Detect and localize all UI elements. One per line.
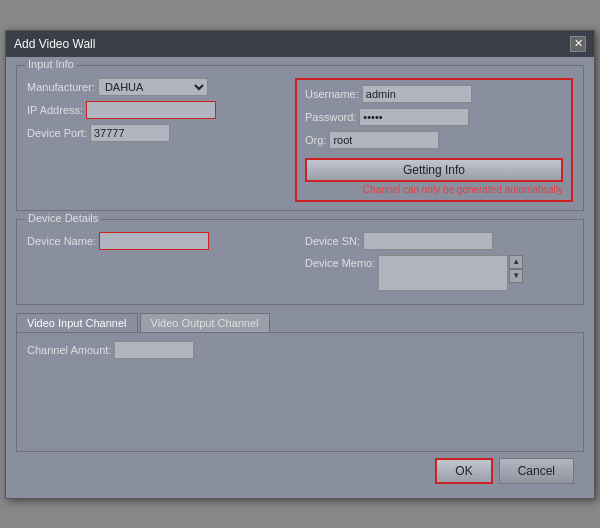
ip-address-label: IP Address: <box>27 104 83 116</box>
device-sn-label: Device SN: <box>305 235 360 247</box>
org-input[interactable] <box>329 131 439 149</box>
footer-buttons: OK Cancel <box>16 452 584 490</box>
memo-scrollbar: ▲ ▼ <box>509 255 523 283</box>
device-port-row: Device Port: <box>27 124 285 142</box>
ip-address-input[interactable] <box>86 101 216 119</box>
input-info-content: Manufacturer: DAHUA IP Address: D <box>27 78 573 202</box>
username-label: Username: <box>305 88 359 100</box>
title-bar: Add Video Wall ✕ <box>6 31 594 57</box>
device-memo-label: Device Memo: <box>305 257 375 269</box>
input-info-title: Input Info <box>25 58 77 70</box>
org-label: Org: <box>305 134 326 146</box>
getting-info-button[interactable]: Getting Info <box>305 158 563 182</box>
username-input[interactable] <box>362 85 472 103</box>
channel-amount-label: Channel Amount: <box>27 344 111 356</box>
manufacturer-row: Manufacturer: DAHUA <box>27 78 285 96</box>
channel-amount-input[interactable] <box>114 341 194 359</box>
input-info-section: Input Info Manufacturer: DAHUA <box>16 65 584 211</box>
device-details-title: Device Details <box>25 212 101 224</box>
ip-address-row: IP Address: <box>27 101 285 119</box>
device-name-label: Device Name: <box>27 235 96 247</box>
input-info-right: Username: Password: Org: <box>295 78 573 202</box>
tab-video-output[interactable]: Video Output Channel <box>140 313 270 332</box>
input-info-left: Manufacturer: DAHUA IP Address: D <box>27 78 285 202</box>
scroll-up-button[interactable]: ▲ <box>509 255 523 269</box>
cancel-button[interactable]: Cancel <box>499 458 574 484</box>
manufacturer-select[interactable]: DAHUA <box>98 78 208 96</box>
device-port-input[interactable] <box>90 124 170 142</box>
ok-button[interactable]: OK <box>435 458 492 484</box>
device-details-section: Device Details Device Name: Device SN: <box>16 219 584 305</box>
device-sn-row: Device SN: <box>305 232 573 250</box>
device-details-left: Device Name: <box>27 232 295 296</box>
dialog-title: Add Video Wall <box>14 37 95 51</box>
tab-content-area: Channel Amount: <box>16 332 584 452</box>
device-sn-input[interactable] <box>363 232 493 250</box>
close-button[interactable]: ✕ <box>570 36 586 52</box>
device-name-row: Device Name: <box>27 232 295 250</box>
device-memo-input[interactable] <box>378 255 508 291</box>
username-row: Username: <box>305 85 563 103</box>
org-row: Org: <box>305 131 563 149</box>
device-details-right: Device SN: Device Memo: ▲ ▼ <box>305 232 573 296</box>
auto-message: Channel can only be generated automatica… <box>305 184 563 195</box>
channel-tabs: Video Input Channel Video Output Channel <box>16 313 584 332</box>
manufacturer-label: Manufacturer: <box>27 81 95 93</box>
password-row: Password: <box>305 108 563 126</box>
input-info-columns: Manufacturer: DAHUA IP Address: D <box>27 78 573 202</box>
password-input[interactable] <box>359 108 469 126</box>
tab-video-input[interactable]: Video Input Channel <box>16 313 138 332</box>
dialog-body: Input Info Manufacturer: DAHUA <box>6 57 594 498</box>
add-video-wall-dialog: Add Video Wall ✕ Input Info Manufacturer… <box>5 30 595 499</box>
video-channel-section: Video Input Channel Video Output Channel… <box>16 313 584 452</box>
device-port-label: Device Port: <box>27 127 87 139</box>
device-memo-row: Device Memo: ▲ ▼ <box>305 255 573 291</box>
channel-amount-row: Channel Amount: <box>27 341 573 359</box>
scroll-down-button[interactable]: ▼ <box>509 269 523 283</box>
password-label: Password: <box>305 111 356 123</box>
device-name-input[interactable] <box>99 232 209 250</box>
device-details-content: Device Name: Device SN: Device Memo: ▲ <box>27 232 573 296</box>
